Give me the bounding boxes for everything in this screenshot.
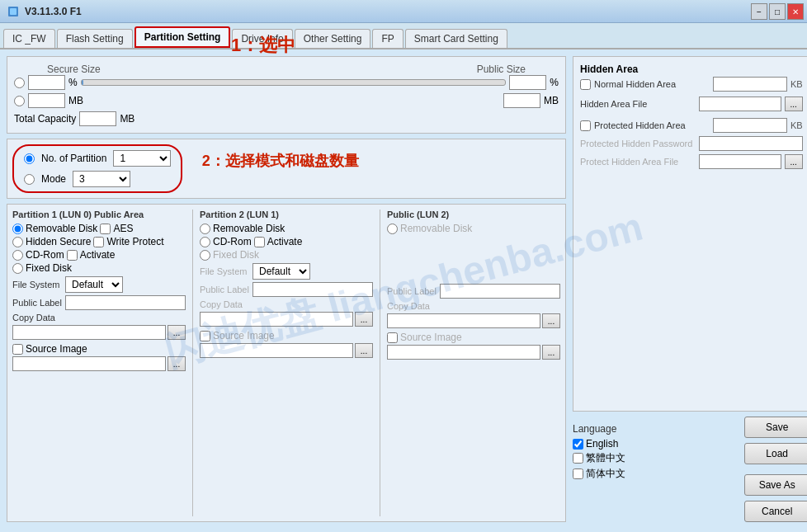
percent-radio[interactable] bbox=[14, 78, 25, 88]
total-cap-unit: MB bbox=[120, 113, 134, 125]
language-title: Language bbox=[573, 423, 738, 435]
p2-source-image-input[interactable] bbox=[200, 343, 353, 358]
save-button[interactable]: Save bbox=[744, 417, 807, 438]
lang-english-checkbox[interactable] bbox=[573, 439, 583, 450]
slider-track[interactable] bbox=[81, 79, 507, 86]
right-side-panel: Language English 繁體中文 简体中文 Save Load bbox=[573, 417, 807, 522]
p2-public-label-input[interactable] bbox=[252, 282, 373, 297]
p3-copy-data-input[interactable] bbox=[387, 313, 540, 328]
mb-radio[interactable] bbox=[14, 96, 25, 106]
p2-filesystem-select[interactable]: DefaultFAT32 bbox=[252, 263, 310, 280]
svg-rect-1 bbox=[10, 8, 17, 15]
window-title: V3.11.3.0 F1 bbox=[25, 6, 82, 17]
protect-hidden-area-file-input[interactable] bbox=[699, 154, 781, 169]
partitions-row: Partition 1 (LUN 0) Public Area Removabl… bbox=[7, 204, 566, 522]
hidden-area-file-dots-button[interactable]: ... bbox=[785, 97, 803, 111]
tab-other-setting[interactable]: Other Setting bbox=[295, 29, 371, 48]
annotation-2: 2：选择模式和磁盘数量 bbox=[202, 153, 359, 169]
hidden-area-file-input[interactable] bbox=[699, 97, 781, 111]
load-button[interactable]: Load bbox=[744, 443, 807, 464]
p1-cd-rom-label: CD-Rom bbox=[26, 249, 64, 261]
p3-source-image-input[interactable] bbox=[387, 345, 540, 360]
p3-public-label-label: Public Label bbox=[387, 286, 437, 296]
mode-radio[interactable] bbox=[24, 174, 35, 185]
tab-fp[interactable]: FP bbox=[372, 29, 403, 48]
p3-copy-data-dots-button[interactable]: ... bbox=[542, 313, 560, 328]
p1-source-image-input[interactable] bbox=[12, 356, 166, 371]
tab-flash-setting[interactable]: Flash Setting bbox=[57, 29, 133, 48]
p3-public-label-input[interactable] bbox=[440, 284, 560, 299]
p1-write-protect-checkbox[interactable] bbox=[93, 237, 104, 247]
hidden-area-panel: Hidden Area Normal Hidden Area KB Hidden… bbox=[573, 56, 807, 412]
protected-hidden-area-checkbox[interactable] bbox=[580, 120, 591, 131]
p3-source-image-checkbox[interactable] bbox=[387, 332, 398, 343]
partition-2-title: Partition 2 (LUN 1) bbox=[200, 210, 373, 219]
tab-drive-info[interactable]: Drive Info bbox=[232, 29, 292, 48]
minimize-button[interactable]: − bbox=[751, 3, 767, 20]
save-as-button[interactable]: Save As bbox=[744, 474, 807, 496]
cancel-button[interactable]: Cancel bbox=[744, 501, 807, 522]
p1-write-protect-label: Write Protect bbox=[106, 236, 163, 247]
p1-fixed-disk-label: Fixed Disk bbox=[26, 262, 72, 274]
p1-copy-data-input[interactable] bbox=[12, 325, 166, 340]
p1-activate-checkbox[interactable] bbox=[67, 250, 78, 261]
p2-source-image-checkbox[interactable] bbox=[200, 331, 210, 341]
protected-hidden-area-input[interactable] bbox=[713, 118, 787, 133]
p1-filesystem-select[interactable]: DefaultFAT32FAT16exFAT bbox=[65, 276, 123, 293]
lang-simp-chinese-checkbox[interactable] bbox=[573, 468, 583, 479]
p1-source-image-dots-button[interactable]: ... bbox=[168, 356, 186, 371]
p2-source-image-label: Source Image bbox=[213, 330, 275, 341]
protected-hidden-password-input[interactable] bbox=[699, 136, 803, 151]
p2-activate-checkbox[interactable] bbox=[254, 237, 265, 247]
p3-source-image-label: Source Image bbox=[400, 332, 462, 343]
no-of-partition-select[interactable]: 1 2 3 4 bbox=[113, 150, 171, 167]
normal-hidden-area-input[interactable] bbox=[713, 77, 787, 92]
partition-1-col: Partition 1 (LUN 0) Public Area Removabl… bbox=[12, 210, 186, 516]
p1-fixed-disk-radio[interactable] bbox=[12, 263, 23, 274]
total-cap-input[interactable] bbox=[79, 111, 116, 126]
normal-hidden-area-checkbox[interactable] bbox=[580, 79, 591, 90]
protect-hidden-area-file-dots-button[interactable]: ... bbox=[785, 154, 803, 169]
secure-mb-input[interactable] bbox=[28, 93, 65, 108]
p1-aes-checkbox[interactable] bbox=[100, 224, 111, 234]
tab-smart-card-setting[interactable]: Smart Card Setting bbox=[405, 29, 507, 48]
p3-removable-disk: Removable Disk bbox=[387, 223, 560, 234]
main-content: 闪迪优盘 liangchenba.com Secure Size Public … bbox=[0, 49, 807, 529]
p1-public-label-input[interactable] bbox=[65, 295, 186, 310]
p1-removable-disk-radio[interactable] bbox=[12, 224, 23, 234]
action-buttons: Save Load Save As Cancel bbox=[744, 417, 807, 522]
p1-source-image-checkbox[interactable] bbox=[12, 344, 23, 355]
slider-row-mb: MB MB bbox=[14, 93, 559, 108]
tab-partition-setting[interactable]: Partition Setting bbox=[134, 26, 231, 48]
p2-removable-disk-radio[interactable] bbox=[200, 224, 210, 234]
partition-3-title: Public (LUN 2) bbox=[387, 210, 560, 219]
p2-source-image-dots-button[interactable]: ... bbox=[355, 343, 373, 358]
maximize-button[interactable]: □ bbox=[769, 3, 786, 20]
p2-copy-data-dots-button[interactable]: ... bbox=[355, 312, 373, 327]
p2-cd-rom-label: CD-Rom bbox=[213, 236, 252, 247]
p1-fixed-disk: Fixed Disk bbox=[12, 262, 186, 274]
p1-removable-disk-label: Removable Disk bbox=[26, 223, 97, 234]
p3-source-image-dots-button[interactable]: ... bbox=[542, 345, 560, 360]
p1-copy-data-dots-button[interactable]: ... bbox=[168, 325, 186, 340]
mode-select[interactable]: 1 2 3 4 bbox=[73, 171, 130, 187]
p3-copydata-input-row: ... bbox=[387, 313, 560, 328]
lang-trad-chinese-checkbox[interactable] bbox=[573, 453, 583, 464]
p2-copy-data-row: Copy Data bbox=[200, 299, 373, 309]
tab-ic-fw[interactable]: IC _FW bbox=[3, 29, 55, 48]
p1-aes-label: AES bbox=[113, 223, 133, 234]
p2-copy-data-input[interactable] bbox=[200, 312, 353, 327]
p2-fixed-disk-radio[interactable] bbox=[200, 250, 210, 261]
public-percent-input[interactable] bbox=[509, 75, 546, 90]
lang-trad-chinese-label: 繁體中文 bbox=[586, 451, 625, 465]
p1-public-label-row: Public Label bbox=[12, 295, 186, 310]
secure-percent-input[interactable] bbox=[28, 75, 65, 90]
close-button[interactable]: ✕ bbox=[787, 3, 804, 20]
public-mb-input[interactable] bbox=[503, 93, 540, 108]
p2-filesystem-label: File System bbox=[200, 266, 249, 276]
p1-cd-rom-radio[interactable] bbox=[12, 250, 23, 261]
no-of-partition-radio[interactable] bbox=[24, 153, 35, 164]
p1-hidden-secure-radio[interactable] bbox=[12, 237, 23, 247]
p2-cd-rom-radio[interactable] bbox=[200, 237, 210, 247]
p3-removable-disk-radio[interactable] bbox=[387, 224, 398, 234]
